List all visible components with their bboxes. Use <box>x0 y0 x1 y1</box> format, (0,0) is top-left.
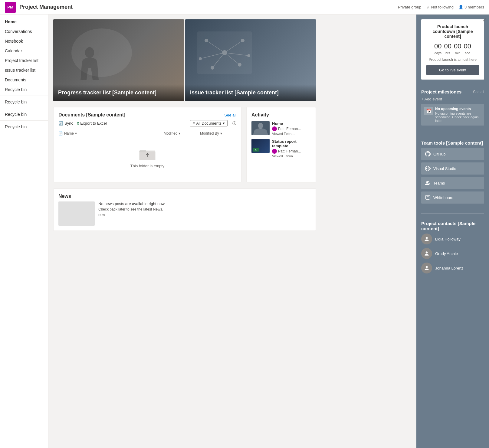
two-col-section: Documents [Sample content] See all 🔄 Syn… <box>53 107 316 182</box>
countdown-min-label: min <box>455 51 460 55</box>
people-icon: 👤 <box>458 5 463 9</box>
right-divider-2 <box>421 213 484 214</box>
star-icon: ☆ <box>426 5 430 9</box>
sidebar-item-project-tracker[interactable]: Project tracker list <box>0 56 48 65</box>
activity-thumb-2: X <box>251 139 270 153</box>
following-button[interactable]: ☆ Not following <box>426 5 454 9</box>
sidebar-item-recycle-bin-3[interactable]: Recycle bin <box>0 110 48 119</box>
activity-time-1: Viewed Febru... <box>272 132 311 136</box>
activity-avatar-1 <box>272 126 277 131</box>
news-panel: News No news posts are available right n… <box>53 188 316 231</box>
filter-dropdown[interactable]: ≡ All Documents ▾ <box>190 120 228 126</box>
hero-card-progress[interactable]: Progress tracker list [Sample content] <box>53 19 184 101</box>
visual-studio-label: Visual Studio <box>433 166 456 171</box>
contact-item-2[interactable]: Grady Archie <box>421 248 484 259</box>
milestones-see-all[interactable]: See all <box>473 90 484 94</box>
contact-name-3: Johanna Lorenz <box>435 266 463 270</box>
sync-button[interactable]: 🔄 Sync <box>58 121 73 126</box>
sidebar-divider <box>0 96 48 96</box>
svg-point-19 <box>258 123 263 129</box>
members-label: 3 members <box>464 5 484 9</box>
hero-cards: Progress tracker list [Sample content] <box>53 19 316 101</box>
teams-icon <box>425 180 431 186</box>
add-event-link[interactable]: + Add event <box>421 97 484 101</box>
sidebar-item-conversations[interactable]: Conversations <box>0 27 48 36</box>
countdown-sec-label: sec <box>465 51 470 55</box>
sidebar-item-notebook[interactable]: Notebook <box>0 36 48 46</box>
doc-table-header: 📄 Name ▾ Modified ▾ Modified By ▾ <box>58 130 236 137</box>
svg-line-8 <box>206 41 225 53</box>
activity-user-1: Patti Fernan... <box>272 126 311 131</box>
whiteboard-label: Whiteboard <box>433 195 453 200</box>
activity-item-1[interactable]: Home Patti Fernan... Viewed Febru... <box>251 121 311 136</box>
activity-item-2[interactable]: X Status report template Patti Fernan...… <box>251 139 311 158</box>
sort-by-icon: ▾ <box>220 131 222 136</box>
visual-studio-icon <box>425 165 431 172</box>
folder-icon <box>138 146 156 161</box>
excel-icon: X <box>77 122 79 125</box>
sort-icon: ▾ <box>75 131 77 136</box>
sidebar-item-documents[interactable]: Documents <box>0 75 48 85</box>
github-label: GitHub <box>433 152 445 156</box>
activity-avatar-2 <box>272 149 277 154</box>
contact-avatar-2 <box>421 248 432 259</box>
header: PM Project Management Private group ☆ No… <box>0 0 489 15</box>
countdown-days-label: days <box>435 51 441 55</box>
countdown-sec-val: 00 <box>464 42 471 50</box>
github-icon <box>425 151 431 157</box>
hero-card-issue[interactable]: Issue tracker list [Sample content] <box>185 19 316 101</box>
sidebar-item-issue-tracker[interactable]: Issue tracker list <box>0 65 48 75</box>
news-thumb <box>58 201 95 226</box>
sidebar-item-calendar[interactable]: Calendar <box>0 46 48 56</box>
visual-studio-tool-button[interactable]: Visual Studio <box>421 162 484 175</box>
hero-card-issue-label: Issue tracker list [Sample content] <box>185 84 316 101</box>
logo: PM <box>5 2 16 13</box>
svg-marker-20 <box>425 167 427 170</box>
documents-see-all[interactable]: See all <box>224 113 236 117</box>
col-by-header[interactable]: Modified By ▾ <box>200 131 236 136</box>
svg-point-24 <box>426 181 428 183</box>
contact-item-3[interactable]: Johanna Lorenz <box>421 263 484 273</box>
github-tool-button[interactable]: GitHub <box>421 148 484 160</box>
milestones-title: Project milestones <box>421 89 461 94</box>
main-content: ⤢ Progress tracker list [Sample content] <box>48 15 416 448</box>
sidebar-item-recycle-bin-1[interactable]: Recycle bin <box>0 85 48 94</box>
milestones-header: Project milestones See all <box>421 89 484 94</box>
teams-tool-button[interactable]: Teams <box>421 177 484 189</box>
activity-user-name-2: Patti Fernan... <box>278 149 301 153</box>
col-modified-header[interactable]: Modified ▾ <box>164 131 200 136</box>
activity-user-2: Patti Fernan... <box>272 149 311 154</box>
sidebar-divider-2 <box>0 108 48 108</box>
sidebar-item-home[interactable]: Home <box>0 17 48 27</box>
export-button[interactable]: X Export to Excel <box>77 121 107 126</box>
news-text: No news posts are available right now <box>98 201 311 206</box>
go-live-button[interactable]: Go to live event <box>426 65 479 75</box>
group-type-label: Private group <box>398 5 421 9</box>
members-button[interactable]: 👤 3 members <box>458 5 484 9</box>
file-icon: 📄 <box>58 131 63 136</box>
sort-modified-icon: ▾ <box>179 131 180 136</box>
svg-point-0 <box>85 47 94 58</box>
team-tools-title: Team tools [Sample content] <box>421 140 483 146</box>
contact-item-1[interactable]: Lidia Holloway <box>421 234 484 244</box>
milestone-icon: 📅 <box>424 107 433 115</box>
activity-page-2: Status report template <box>272 139 311 148</box>
svg-line-9 <box>225 41 243 53</box>
whiteboard-icon <box>425 195 431 201</box>
whiteboard-tool-button[interactable]: Whiteboard <box>421 191 484 204</box>
documents-title: Documents [Sample content] <box>58 112 125 118</box>
countdown-days-val: 00 <box>434 42 441 50</box>
col-by-label: Modified By <box>200 131 219 136</box>
sidebar-item-recycle-bin-4[interactable]: Recycle bin <box>0 122 48 132</box>
sync-label: Sync <box>64 121 73 126</box>
sync-icon: 🔄 <box>58 121 63 126</box>
empty-folder-text: This folder is empty <box>130 164 165 168</box>
contact-name-1: Lidia Holloway <box>435 237 461 241</box>
filter-icon: ≡ <box>193 121 195 126</box>
col-name-header[interactable]: 📄 Name ▾ <box>58 131 164 136</box>
sidebar-item-recycle-bin-2[interactable]: Recycle bin <box>0 97 48 107</box>
svg-point-30 <box>426 251 428 253</box>
info-icon[interactable]: ⓘ <box>232 121 236 126</box>
countdown-min: 00 min <box>454 42 461 55</box>
doc-toolbar: 🔄 Sync X Export to Excel ≡ All Documents… <box>58 120 236 126</box>
